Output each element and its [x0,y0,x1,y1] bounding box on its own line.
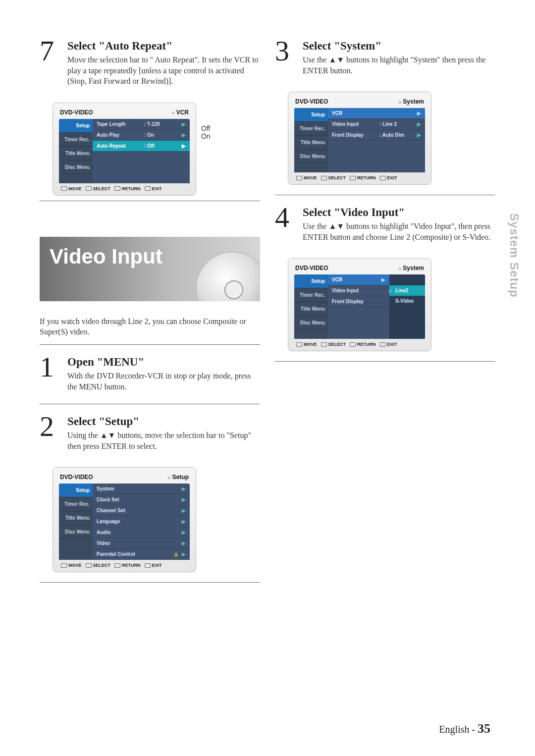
step-title: Select "System" [303,40,495,53]
menu-row-auto-play: Auto Play : On ▶ [93,130,190,141]
page-number: 35 [478,721,490,736]
osd-video-input: DVD-VIDEO System Setup Timer Rec. Title … [288,258,431,351]
sidebar-item-disc-menu: Disc Menu [59,161,93,174]
menu-row-parental-control: Parental Control🔒▶ [93,549,190,560]
menu-row-clock-set: Clock Set▶ [93,494,190,505]
caret-right-icon: ▶ [414,110,421,116]
sidebar-item-timer: Timer Rec. [294,122,328,136]
return-icon [350,342,356,347]
step-desc: With the DVD Recorder-VCR in stop or pla… [67,371,260,392]
sidebar-item-title-menu: Title Menu [294,136,328,150]
caret-right-icon: ▶ [378,277,385,282]
sidebar-item-title-menu: Title Menu [59,511,93,525]
step-title: Select "Auto Repeat" [67,40,260,53]
divider [40,582,260,583]
osd-7-wrap: DVD-VIDEO VCR Setup Timer Rec. Title Men… [40,94,260,196]
osd-sidebar: Setup Timer Rec. Title Menu Disc Menu [59,484,93,560]
menu-row-vcr-header: VCR▶ [328,108,425,119]
sidebar-item-title-menu: Title Menu [59,147,93,161]
menu-row-tape-length: Tape Length : T-120 ▶ [93,119,190,130]
hero-caption: If you watch video through Line 2, you c… [40,316,260,337]
option-svideo: S-Video [389,296,425,306]
select-icon [86,186,92,191]
step-2: 2 Select "Setup" Using the ▲▼ buttons, m… [40,415,260,451]
exit-icon [380,342,386,347]
menu-row-front-display: Front Display [328,296,389,307]
sidebar-item-disc-menu: Disc Menu [294,150,328,163]
lock-icon: 🔒 [173,552,179,557]
sidebar-item-title-menu: Title Menu [294,302,328,316]
move-icon [61,186,67,191]
select-icon [321,342,327,347]
caret-right-icon: ▶ [179,530,186,535]
osd-footer: MOVE SELECT RETURN EXIT [59,183,190,192]
sidebar-item-setup: Setup [294,274,328,288]
menu-row-auto-repeat: Auto Repeat : Off ▶ [93,141,190,152]
osd-crumb: System [398,265,424,271]
osd-crumb: Setup [168,474,189,481]
step-3: 3 Select "System" Use the ▲▼ buttons to … [275,40,495,76]
section-tab-label: System Setup [507,213,521,298]
menu-row-video: Video▶ [93,538,190,549]
osd-brand: DVD-VIDEO [295,98,328,105]
footer-language: English - [439,724,478,735]
osd-footer: MOVE SELECT RETURN EXIT [294,339,425,348]
step-title: Open "MENU" [67,356,260,369]
osd-setup: DVD-VIDEO Setup Setup Timer Rec. Title M… [53,467,196,572]
osd-crumb: System [398,98,424,105]
exit-icon [380,176,386,180]
step-7: 7 Select "Auto Repeat" Move the selectio… [40,40,260,87]
menu-row-audio: Audio▶ [93,527,190,538]
page: 7 Select "Auto Repeat" Move the selectio… [0,0,535,594]
move-icon [296,176,302,180]
caret-right-icon: ▶ [179,519,186,524]
divider [275,361,495,362]
left-column: 7 Select "Auto Repeat" Move the selectio… [40,40,260,594]
page-footer: English - 35 [439,721,490,736]
select-icon [86,563,92,568]
osd-sidebar: Setup Timer Rec. Title Menu Disc Menu [59,119,93,183]
option-line2: Line2 [389,285,425,296]
video-input-hero: Video Input [40,237,260,301]
return-icon [350,176,356,180]
popup-options: Line2 S-Video [389,274,425,339]
sidebar-item-setup: Setup [59,484,93,497]
caret-right-icon: ▶ [179,540,186,546]
menu-row-video-input: Video Input: Line 2▶ [328,119,425,130]
caret-right-icon: ▶ [179,497,186,502]
step-desc: Using the ▲▼ buttons, move the selection… [67,430,260,451]
exit-icon [145,563,151,568]
step-number: 1 [40,356,67,392]
osd-main: System▶ Clock Set▶ Channel Set▶ Language… [93,484,190,560]
step-1: 1 Open "MENU" With the DVD Recorder-VCR … [40,356,260,392]
caret-right-icon: ▶ [179,121,186,127]
sidebar-item-disc-menu: Disc Menu [294,316,328,330]
sidebar-item-setup: Setup [294,108,328,122]
menu-row-channel-set: Channel Set▶ [93,505,190,516]
step-desc: Use the ▲▼ buttons to highlight "Video I… [303,221,495,242]
return-icon [114,563,120,568]
move-icon [61,563,67,568]
divider [40,404,260,404]
osd-brand: DVD-VIDEO [60,474,93,481]
osd-main: VCR▶ Video Input Front Display Line2 S-V… [328,274,425,339]
osd-footer: MOVE SELECT RETURN EXIT [294,172,425,181]
osd-brand: DVD-VIDEO [295,265,328,271]
menu-row-vcr-header: VCR▶ [328,274,389,285]
caret-right-icon: ▶ [179,551,186,557]
right-column: 3 Select "System" Use the ▲▼ buttons to … [275,40,495,594]
callout-on: On [201,132,211,140]
move-icon [296,342,302,347]
menu-row-language: Language▶ [93,516,190,527]
return-icon [114,186,120,191]
caret-right-icon: ▶ [179,486,186,491]
menu-row-system: System▶ [93,484,190,494]
step-title: Select "Setup" [67,415,260,428]
caret-right-icon: ▶ [179,132,186,138]
step-number: 4 [275,206,303,242]
osd-crumb: VCR [172,109,189,116]
step-number: 7 [40,40,67,87]
osd-vcr: DVD-VIDEO VCR Setup Timer Rec. Title Men… [53,103,196,196]
osd-sidebar: Setup Timer Rec. Title Menu Disc Menu [294,108,328,172]
menu-row-video-input: Video Input [328,285,389,296]
